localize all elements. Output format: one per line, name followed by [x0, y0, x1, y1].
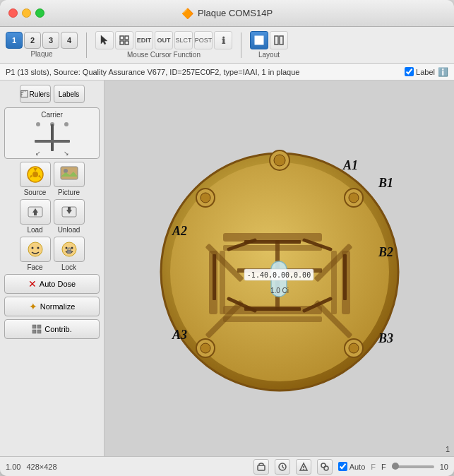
plaque-svg: -1.40,0.00,0.00 1.0 Ci A1 B1 A2 B2 A3 B3 — [145, 131, 414, 406]
post-tool-btn[interactable]: POST — [194, 31, 213, 49]
close-button[interactable] — [8, 8, 18, 18]
tab-2[interactable]: 2 — [24, 32, 41, 49]
label-checkbox-text: Label — [416, 68, 435, 76]
svg-point-20 — [32, 172, 38, 177]
face-label: Face — [27, 263, 42, 271]
picture-label: Picture — [58, 189, 80, 196]
grid-tool-btn[interactable] — [115, 31, 133, 49]
svg-rect-47 — [223, 316, 322, 322]
carrier-visual: ↙ ↘ — [24, 120, 80, 155]
cursor-tool-btn[interactable] — [95, 31, 114, 49]
zoom-slider[interactable] — [392, 465, 434, 468]
svg-point-87 — [303, 468, 304, 470]
rulers-btn[interactable]: Rulers — [20, 85, 51, 103]
f-label: F — [371, 463, 376, 471]
edit-tool-btn[interactable]: EDIT — [135, 31, 153, 49]
picture-btn[interactable]: Picture — [54, 162, 85, 196]
svg-point-29 — [37, 247, 39, 249]
info-bar: P1 (13 slots), Source: Quality Assurance… — [0, 64, 454, 81]
lock-label: Lock — [61, 263, 76, 271]
contrib-label: Contrib. — [44, 325, 72, 333]
svg-point-71 — [349, 343, 359, 353]
rulers-labels-row: Rulers Labels — [4, 85, 100, 103]
labels-btn[interactable]: Labels — [54, 85, 85, 103]
info-tool-btn[interactable]: ℹ — [214, 31, 232, 49]
status-bar: 1.00 428×428 Auto F F — [0, 456, 454, 476]
svg-rect-2 — [120, 41, 124, 44]
unload-icon — [54, 199, 85, 225]
title-text: Plaque COMS14P — [198, 8, 273, 18]
minimize-button[interactable] — [22, 8, 31, 18]
svg-text:A3: A3 — [172, 328, 187, 342]
label-checkbox[interactable] — [405, 67, 414, 76]
maximize-button[interactable] — [35, 8, 44, 18]
title-icon: 🔶 — [181, 8, 193, 19]
layout-label: Layout — [258, 51, 280, 59]
status-icon-3[interactable] — [296, 459, 311, 475]
svg-rect-34 — [32, 325, 36, 328]
svg-text:↘: ↘ — [64, 150, 69, 157]
svg-rect-1 — [125, 36, 129, 40]
svg-point-89 — [324, 466, 328, 470]
svg-point-65 — [201, 193, 210, 203]
layout-buttons — [250, 31, 288, 49]
source-btn[interactable]: Source — [20, 162, 51, 196]
info-icon[interactable]: ℹ️ — [438, 67, 448, 77]
unload-label: Unload — [58, 226, 80, 234]
page-number: 1 — [446, 445, 450, 453]
svg-rect-82 — [258, 465, 265, 470]
source-label: Source — [24, 189, 47, 196]
load-btn[interactable]: Load — [20, 199, 51, 234]
normalize-label: Normalize — [40, 302, 76, 311]
svg-rect-26 — [68, 207, 71, 210]
svg-rect-57 — [343, 254, 347, 300]
face-btn[interactable]: Face — [20, 237, 51, 271]
contrib-btn[interactable]: Contrib. — [4, 319, 100, 339]
out-tool-btn[interactable]: OUT — [155, 31, 173, 49]
svg-text:↙: ↙ — [35, 150, 41, 157]
svg-text:B2: B2 — [378, 245, 393, 259]
mouse-tool-buttons: EDIT OUT SLCT POST ℹ — [95, 31, 232, 49]
title-bar: 🔶 Plaque COMS14P — [0, 0, 454, 27]
canvas-area[interactable]: -1.40,0.00,0.00 1.0 Ci A1 B1 A2 B2 A3 B3 — [104, 81, 454, 456]
load-icon — [20, 199, 51, 225]
status-icon-4[interactable] — [317, 459, 333, 475]
face-icon — [20, 237, 51, 262]
lock-btn[interactable]: Lock — [54, 237, 85, 271]
svg-text:1.0 Ci: 1.0 Ci — [270, 287, 288, 294]
unload-btn[interactable]: Unload — [54, 199, 85, 234]
dimensions: 428×428 — [26, 463, 56, 471]
mouse-cursor-group: EDIT OUT SLCT POST ℹ Mouse Cursor Functi… — [95, 31, 232, 59]
tab-3[interactable]: 3 — [42, 32, 59, 49]
layout-dual-btn[interactable] — [270, 31, 288, 49]
svg-point-12 — [36, 122, 40, 126]
plaque-container: -1.40,0.00,0.00 1.0 Ci A1 B1 A2 B2 A3 B3 — [145, 131, 414, 406]
status-icon-1[interactable] — [253, 459, 269, 475]
svg-text:-1.40,0.00,0.00: -1.40,0.00,0.00 — [246, 271, 310, 279]
zoom-level: 1.00 — [6, 463, 20, 471]
layout-single-btn[interactable] — [250, 31, 268, 49]
svg-text:A2: A2 — [172, 224, 187, 238]
normalize-btn[interactable]: ✦ Normalize — [4, 297, 100, 316]
auto-checkbox[interactable] — [338, 462, 347, 471]
svg-rect-6 — [280, 36, 283, 44]
select-tool-btn[interactable]: SLCT — [174, 31, 193, 49]
source-picture-row: Source Picture — [4, 162, 100, 196]
toolbar: 1 2 3 4 Plaque — [0, 27, 454, 64]
auto-dose-btn[interactable]: ✕ Auto Dose — [4, 274, 100, 294]
svg-point-69 — [201, 343, 210, 353]
svg-text:B3: B3 — [378, 331, 393, 345]
traffic-lights — [8, 8, 44, 18]
main-content: Rulers Labels Carrier — [0, 81, 454, 456]
tab-4[interactable]: 4 — [61, 32, 78, 49]
svg-text:B1: B1 — [378, 176, 393, 190]
svg-point-30 — [62, 242, 76, 256]
status-icon-2[interactable] — [275, 459, 290, 475]
window-title: 🔶 Plaque COMS14P — [181, 8, 273, 19]
svg-rect-15 — [51, 124, 54, 151]
svg-point-32 — [71, 247, 73, 249]
toolbar-tabs-group: 1 2 3 4 Plaque — [6, 32, 78, 58]
tab-1[interactable]: 1 — [6, 32, 23, 49]
main-window: 🔶 Plaque COMS14P 1 2 3 4 Plaque — [0, 0, 454, 476]
carrier-box: Carrier ↙ ↘ — [4, 107, 100, 159]
